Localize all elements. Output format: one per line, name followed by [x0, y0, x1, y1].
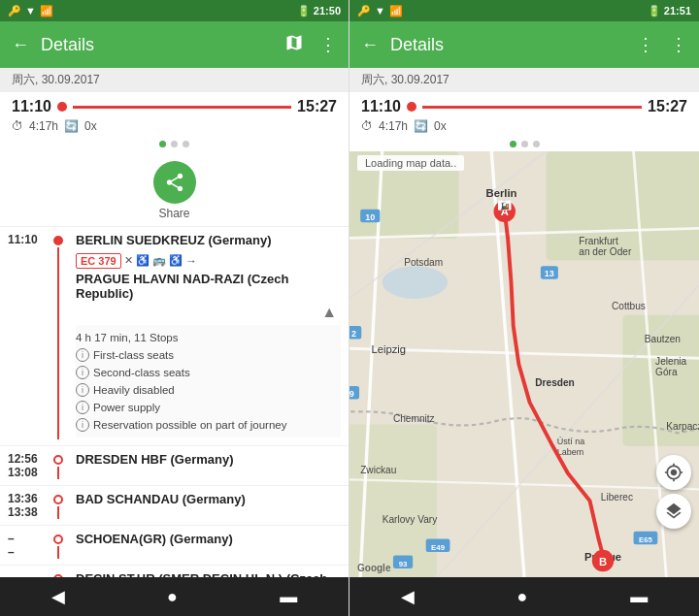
- train-details: 4 h 17 min, 11 Stops i First-class seats…: [76, 325, 341, 438]
- svg-text:Karpacz: Karpacz: [666, 421, 699, 432]
- left-panel: 🔑 ▼ 📶 🔋 21:50 ← Details ⋮ 周六, 30.09.2017…: [0, 0, 350, 616]
- svg-text:9: 9: [350, 389, 354, 399]
- stop-3-dot: [53, 495, 63, 504]
- left-recents-nav[interactable]: ▬: [280, 587, 297, 607]
- right-clock-icon: ⏱: [361, 119, 373, 133]
- second-class-text: Second-class seats: [93, 365, 190, 380]
- stop-4-dep: –: [8, 532, 49, 545]
- key-icon: 🔑: [8, 5, 21, 17]
- svg-text:Liberec: Liberec: [601, 492, 633, 503]
- collapse-button[interactable]: ▲: [317, 304, 341, 321]
- right-back-nav[interactable]: ◀: [401, 586, 415, 607]
- google-logo: Google: [357, 563, 390, 573]
- left-map-icon[interactable]: [281, 29, 308, 61]
- left-status-icons: 🔑 ▼ 📶: [8, 5, 53, 17]
- svg-text:Ústí na: Ústí na: [557, 437, 585, 446]
- right-key-icon: 🔑: [357, 5, 371, 17]
- arrow-icon: →: [185, 254, 197, 268]
- dot-2: [171, 141, 178, 147]
- svg-text:Jelenia: Jelenia: [655, 356, 686, 367]
- stop-5-station: DECIN ST.HR.(SMER DECIN HL.N.) (Czech Re…: [76, 571, 341, 577]
- share-label: Share: [158, 207, 189, 220]
- right-recents-nav[interactable]: ▬: [630, 587, 648, 607]
- train-info-row: EC 379 ✕ ♿ 🚌 ♿ → PRAGUE HLAVNI NAD-RAZI …: [76, 253, 341, 321]
- right-menu-icon-dots[interactable]: ⋮: [633, 30, 658, 59]
- right-dep-time: 11:10: [361, 98, 401, 115]
- svg-text:Góra: Góra: [655, 367, 678, 377]
- svg-text:Chemnitz: Chemnitz: [393, 413, 435, 424]
- info-icon-5: i: [76, 418, 89, 432]
- right-duration: 4:17h: [379, 119, 408, 133]
- left-status-bar: 🔑 ▼ 📶 🔋 21:50: [0, 0, 349, 21]
- locate-button[interactable]: [656, 455, 691, 490]
- stop-4-arr: –: [8, 545, 49, 559]
- left-back-nav[interactable]: ◀: [51, 586, 65, 607]
- map-loading-text: Loading map data..: [357, 155, 464, 171]
- stop-3-arr: 13:38: [8, 505, 49, 519]
- stop-4-line: [57, 546, 59, 559]
- stop-4-dot-col: [49, 532, 68, 559]
- stop-3-dot-col: [49, 492, 68, 519]
- svg-text:Berlin: Berlin: [486, 187, 517, 199]
- svg-text:Zwickau: Zwickau: [360, 465, 396, 475]
- right-dots: [350, 137, 699, 151]
- stop-2: 12:56 13:08 DRESDEN HBF (Germany): [0, 446, 349, 486]
- right-nav-bar: ◀ ● ▬: [350, 577, 699, 616]
- stop-1-line: [57, 247, 59, 439]
- stop-2-dot: [53, 455, 63, 465]
- right-battery-icon: 🔋: [648, 5, 661, 17]
- right-time-header: 11:10 15:27: [350, 92, 699, 117]
- right-transfers: 0x: [434, 119, 447, 133]
- map-svg: Berlin Potsdam Frankfurt an der Oder Cot…: [350, 151, 699, 577]
- share-button[interactable]: [153, 161, 196, 204]
- svg-text:Potsdam: Potsdam: [404, 257, 443, 268]
- stop-4-station: SCHOENA(GR) (Germany): [76, 532, 341, 548]
- stop-3-content: BAD SCHANDAU (Germany): [68, 492, 349, 519]
- stop-1-dot: [53, 236, 63, 245]
- detail-disabled: i Heavily disabled: [76, 381, 341, 399]
- right-menu-icon[interactable]: ⋮: [666, 30, 691, 59]
- right-dot-3: [533, 141, 540, 147]
- right-duration-row: ⏱ 4:17h 🔄 0x: [350, 117, 699, 137]
- stop-1-time: 11:10: [0, 233, 49, 439]
- right-home-nav[interactable]: ●: [517, 587, 528, 607]
- svg-text:B: B: [599, 556, 607, 567]
- left-title: Details: [41, 35, 273, 55]
- right-transfer-icon: 🔄: [414, 119, 428, 133]
- stop-3: 13:36 13:38 BAD SCHANDAU (Germany): [0, 486, 349, 526]
- right-arr-time: 15:27: [648, 98, 687, 115]
- left-date: 周六, 30.09.2017: [0, 68, 349, 92]
- svg-text:Labem: Labem: [557, 447, 584, 457]
- right-back-button[interactable]: ←: [357, 31, 383, 59]
- svg-text:10: 10: [365, 212, 375, 222]
- right-dot-2: [521, 141, 528, 147]
- right-panel: 🔑 ▼ 📶 🔋 21:51 ← Details ⋮ ⋮ 周六, 30.09.20…: [350, 0, 699, 616]
- stop-4: – – SCHOENA(GR) (Germany): [0, 526, 349, 566]
- stop-3-dep: 13:36: [8, 492, 49, 505]
- journey-content[interactable]: 11:10 BERLIN SUEDKREUZ (Germany) EC 379 …: [0, 227, 349, 577]
- stop-2-arr: 13:08: [8, 466, 49, 479]
- left-time-header: 11:10 15:27: [0, 92, 349, 117]
- left-dots: [0, 137, 349, 151]
- stop-4-dot: [53, 535, 63, 544]
- svg-text:13: 13: [545, 269, 554, 278]
- left-dep-time: 11:10: [12, 98, 51, 115]
- map-area[interactable]: Loading map data..: [350, 151, 699, 577]
- svg-text:Bautzen: Bautzen: [645, 334, 681, 344]
- stop-2-time: 12:56 13:08: [0, 452, 49, 479]
- signal-icon: ▼: [25, 5, 36, 16]
- svg-text:93: 93: [399, 560, 408, 568]
- left-home-nav[interactable]: ●: [167, 587, 178, 607]
- svg-text:2: 2: [351, 329, 356, 339]
- info-icon-3: i: [76, 383, 89, 397]
- dest-station: PRAGUE HLAVNI NAD-RAZI (Czech Republic): [76, 272, 341, 301]
- left-menu-icon[interactable]: ⋮: [316, 30, 341, 59]
- left-back-button[interactable]: ←: [8, 31, 33, 59]
- layers-button[interactable]: [656, 494, 691, 529]
- train-icons: ✕ ♿ 🚌 ♿: [124, 254, 183, 267]
- stop-4-time: – –: [0, 532, 49, 559]
- left-status-right: 🔋 21:50: [297, 5, 341, 17]
- stop-2-dot-col: [49, 452, 68, 479]
- svg-text:Leipzig: Leipzig: [371, 343, 406, 355]
- detail-stops: 4 h 17 min, 11 Stops: [76, 329, 341, 346]
